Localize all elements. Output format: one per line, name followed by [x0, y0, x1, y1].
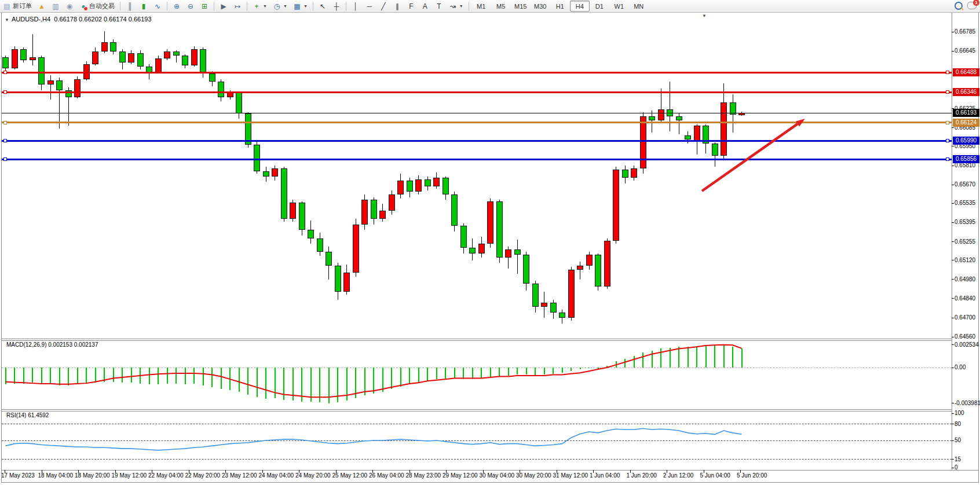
candle-body	[281, 168, 287, 219]
tile-windows-button[interactable]: ⊞	[198, 1, 211, 12]
main-chart-pane[interactable]	[0, 2, 950, 328]
line-handle[interactable]	[946, 71, 949, 74]
autotrade-button[interactable]: ●自动交易	[77, 1, 117, 12]
time-axis-label: 22 May 04:00	[148, 472, 184, 479]
dropdown-arrow-icon[interactable]: ▼	[263, 4, 267, 8]
macd-histogram-bar	[14, 368, 15, 384]
channel-icon: ∥	[393, 2, 401, 10]
cursor-button[interactable]: ↖	[316, 1, 329, 12]
timeframe-m15-button[interactable]: M15	[511, 1, 531, 12]
macd-histogram-bar	[588, 368, 590, 368]
line-handle[interactable]	[3, 121, 7, 124]
rsi-axis-label: 15	[955, 456, 961, 462]
templates-button[interactable]: ▦▼	[291, 1, 310, 12]
vline-button[interactable]: │	[349, 1, 362, 12]
timeframe-w1-button[interactable]: W1	[609, 1, 629, 12]
channel-button[interactable]: ∥	[391, 1, 404, 12]
candle-body	[379, 211, 386, 219]
macd-histogram-bar	[95, 368, 96, 383]
timeframe-d1-button[interactable]: D1	[590, 1, 609, 12]
timeframe-m1-button[interactable]: M1	[471, 1, 491, 12]
macd-histogram-bar	[337, 368, 338, 402]
line-handle[interactable]	[946, 121, 949, 124]
horizontal-level-line[interactable]	[2, 159, 952, 160]
horizontal-level-line[interactable]	[2, 91, 952, 93]
text-button[interactable]: A	[419, 1, 432, 12]
new-order-button-label: 新订单	[13, 2, 32, 10]
auto-scroll-button[interactable]: ▶	[217, 1, 230, 12]
crosshair-button[interactable]: ┼	[330, 1, 343, 12]
toolbar-separator	[120, 2, 120, 10]
chart-shift-button[interactable]: ↦	[231, 1, 244, 12]
timeframe-m30-button[interactable]: M30	[531, 1, 550, 12]
horizontal-level-line[interactable]	[2, 72, 952, 74]
chevron-down-icon[interactable]: ▼	[5, 17, 9, 23]
zoom-in-button[interactable]: ⊕	[170, 1, 183, 12]
price-axis-tick	[952, 279, 954, 280]
macd-histogram-bar	[562, 368, 563, 373]
macd-zero-line	[2, 368, 952, 368]
notifications-button[interactable]: 1	[967, 2, 977, 10]
candle-body	[101, 42, 108, 52]
periods-button[interactable]: ◷▼	[270, 1, 290, 12]
candle-body	[738, 113, 745, 115]
horizontal-level-line[interactable]	[2, 122, 952, 123]
rsi-pane[interactable]	[0, 396, 950, 455]
time-axis-label: 18 May 04:00	[38, 472, 74, 479]
horizontal-level-line[interactable]	[2, 140, 952, 142]
arrows-button[interactable]: ↝▼	[447, 1, 466, 12]
macd-histogram-bar	[301, 368, 302, 402]
dropdown-arrow-icon[interactable]: ▼	[303, 4, 308, 8]
line-handle[interactable]	[3, 157, 7, 161]
macd-histogram-bar	[580, 368, 581, 369]
signals-button[interactable]: ◉	[63, 1, 76, 12]
hline-button[interactable]: ─	[363, 1, 376, 12]
market-watch-button[interactable]: ▲	[35, 1, 48, 12]
current-price-line[interactable]	[2, 113, 952, 113]
macd-histogram-bar	[490, 368, 491, 377]
macd-histogram-bar	[122, 368, 123, 383]
rsi-axis-tick	[952, 468, 954, 468]
chart-symbol-period: AUDUSD-,H4	[12, 16, 50, 23]
dropdown-arrow-icon[interactable]: ▼	[459, 4, 463, 8]
price-axis-tick	[952, 32, 954, 32]
label-button[interactable]: T	[433, 1, 445, 12]
line-handle[interactable]	[3, 90, 7, 94]
search-button[interactable]	[955, 2, 963, 11]
fibonacci-icon: F	[407, 2, 415, 10]
candle-body	[47, 80, 54, 84]
zoom-out-button[interactable]: ⊖	[184, 1, 197, 12]
candle-chart-button[interactable]: ▮	[137, 1, 150, 12]
line-handle[interactable]	[3, 139, 7, 142]
toolbar-separator	[247, 2, 247, 10]
line-handle[interactable]	[946, 139, 949, 142]
timeframe-h4-button[interactable]: H4	[570, 1, 590, 12]
macd-histogram-bar	[571, 368, 572, 371]
charts-button[interactable]: ▥	[49, 1, 62, 12]
dropdown-arrow-icon[interactable]: ▼	[283, 4, 287, 8]
new-order-button[interactable]: ▤新订单	[1, 1, 34, 12]
line-chart-button[interactable]: ∿	[151, 1, 164, 12]
price-axis-label: 0.64700	[955, 314, 975, 321]
fibonacci-button[interactable]: F	[405, 1, 418, 12]
trendline-button[interactable]: ╱	[377, 1, 390, 12]
timeframe-m5-button[interactable]: M5	[491, 1, 511, 12]
line-handle[interactable]	[946, 157, 949, 161]
indicators-button[interactable]: +▼	[250, 1, 269, 12]
timeframe-h1-button[interactable]: H1	[550, 1, 570, 12]
candle-wick	[50, 75, 51, 100]
price-badge: 0.65856	[953, 155, 979, 163]
main-toolbar: ▤新订单▲▥◉●自动交易║▮∿⊕⊖⊞▶↦+▼◷▼▦▼↖┼│─╱∥FAT↝▼M1M…	[0, 0, 980, 13]
price-axis-label: 0.65670	[955, 181, 975, 188]
candle-body	[443, 178, 449, 194]
macd-histogram-bar	[221, 368, 222, 389]
rsi-axis-label: 100	[955, 410, 964, 416]
bar-chart-button[interactable]: ║	[123, 1, 136, 12]
macd-histogram-bar	[642, 352, 643, 368]
candle-body	[182, 56, 188, 65]
macd-histogram-bar	[68, 368, 69, 385]
line-handle[interactable]	[3, 71, 7, 74]
timeframe-mn-button[interactable]: MN	[629, 1, 649, 12]
candle-body	[613, 170, 619, 241]
line-handle[interactable]	[946, 90, 949, 94]
